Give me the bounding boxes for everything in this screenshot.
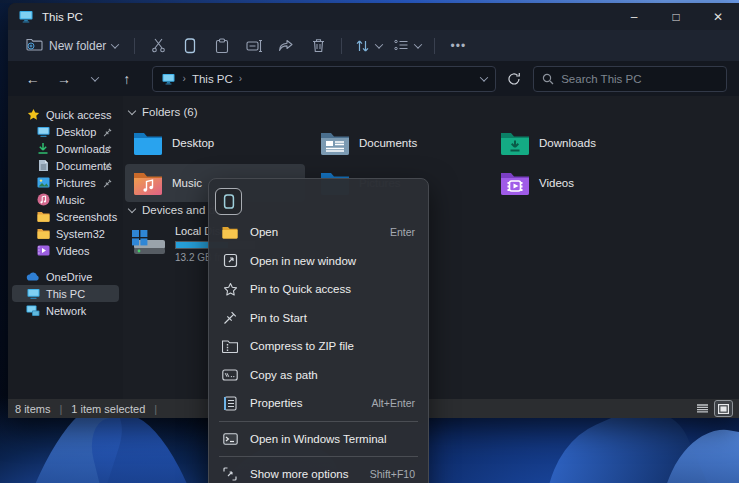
sidebar-item-videos[interactable]: Videos	[12, 242, 119, 259]
menu-item-compress-zip[interactable]: Compress to ZIP file	[209, 332, 428, 361]
videos-icon	[36, 244, 50, 258]
up-button[interactable]: ↑	[114, 66, 139, 92]
menu-item-shortcut: Shift+F10	[370, 468, 415, 480]
thispc-icon	[26, 287, 40, 301]
context-menu: Open Enter Open in new window Pin to Qui…	[208, 178, 429, 483]
forward-button[interactable]: →	[51, 66, 76, 92]
recent-locations-button[interactable]	[83, 66, 108, 92]
copy-icon	[223, 194, 235, 209]
tile-label: Music	[172, 177, 202, 189]
sidebar-item-pictures[interactable]: Pictures	[12, 174, 119, 191]
desktop-folder-icon	[133, 130, 163, 156]
sidebar-item-screenshots[interactable]: Screenshots	[12, 208, 119, 225]
menu-item-pin-quick-access[interactable]: Pin to Quick access	[209, 275, 428, 304]
copy-path-icon	[222, 367, 238, 383]
sidebar-item-downloads[interactable]: Downloads	[12, 140, 119, 157]
chevron-down-icon	[414, 40, 422, 48]
menu-item-label: Open in Windows Terminal	[250, 433, 403, 445]
details-view-button[interactable]	[694, 401, 711, 416]
videos-folder-icon	[500, 170, 530, 196]
document-icon	[36, 159, 50, 173]
menu-item-open-windows-terminal[interactable]: Open in Windows Terminal	[209, 425, 428, 454]
pin-icon	[103, 178, 112, 190]
menu-item-pin-start[interactable]: Pin to Start	[209, 304, 428, 333]
zip-icon	[222, 338, 238, 354]
selected-count: 1 item selected	[71, 403, 145, 415]
star-icon	[26, 108, 40, 122]
tile-label: Desktop	[172, 137, 214, 149]
sidebar-item-quick-access[interactable]: Quick access	[12, 106, 119, 123]
sidebar-item-documents[interactable]: Documents	[12, 157, 119, 174]
onedrive-icon	[26, 270, 40, 284]
sidebar-item-desktop[interactable]: Desktop	[12, 123, 119, 140]
pin-start-icon	[222, 310, 238, 326]
sidebar-item-music[interactable]: Music	[12, 191, 119, 208]
large-icons-view-button[interactable]	[715, 401, 732, 416]
refresh-button[interactable]	[502, 66, 527, 92]
folder-tile-downloads[interactable]: Downloads	[492, 124, 672, 162]
sidebar-item-onedrive[interactable]: OneDrive	[12, 268, 119, 285]
breadcrumb[interactable]: This PC	[192, 73, 233, 85]
folders-section-header[interactable]: Folders (6)	[129, 106, 198, 118]
sort-button[interactable]	[350, 33, 387, 59]
command-toolbar: New folder	[8, 30, 739, 61]
delete-button[interactable]	[303, 33, 333, 59]
maximize-button[interactable]: □	[655, 3, 697, 30]
search-input[interactable]: Search This PC	[533, 66, 727, 92]
menu-item-label: Pin to Start	[250, 312, 403, 324]
screen: This PC – □ ✕ New folder	[0, 0, 739, 483]
address-input[interactable]: › This PC ›	[152, 66, 496, 92]
sidebar-item-label: System32	[56, 228, 105, 240]
folder-icon	[36, 227, 50, 241]
sidebar-item-label: Desktop	[56, 126, 96, 138]
menu-item-copy-as-path[interactable]: Copy as path	[209, 361, 428, 390]
new-folder-button[interactable]: New folder	[18, 33, 126, 59]
folder-tile-videos[interactable]: Videos	[492, 164, 672, 202]
menu-item-label: Pin to Quick access	[250, 283, 403, 295]
search-icon	[542, 73, 554, 85]
sidebar-item-system32[interactable]: System32	[12, 225, 119, 242]
folder-tile-desktop[interactable]: Desktop	[125, 124, 305, 162]
pin-quick-access-icon	[222, 281, 238, 297]
titlebar[interactable]: This PC – □ ✕	[8, 3, 739, 30]
context-menu-quick-actions	[209, 184, 428, 218]
downloads-folder-icon	[500, 130, 530, 156]
cut-button[interactable]	[143, 33, 173, 59]
rename-button[interactable]	[239, 33, 269, 59]
pin-icon	[103, 127, 112, 139]
back-button[interactable]: ←	[20, 66, 45, 92]
network-icon	[26, 304, 40, 318]
menu-item-label: Properties	[250, 397, 360, 409]
see-more-button[interactable]: •••	[443, 33, 473, 59]
sidebar-item-network[interactable]: Network	[12, 302, 119, 319]
menu-item-open-new-window[interactable]: Open in new window	[209, 247, 428, 276]
collapse-icon	[128, 204, 136, 212]
menu-item-open[interactable]: Open Enter	[209, 218, 428, 247]
menu-item-label: Open	[250, 226, 378, 238]
refresh-icon	[507, 72, 521, 86]
search-placeholder: Search This PC	[561, 73, 641, 85]
tile-label: Documents	[359, 137, 417, 149]
menu-separator	[219, 421, 418, 422]
sidebar-item-this-pc[interactable]: This PC	[12, 285, 119, 302]
copy-button[interactable]	[175, 33, 205, 59]
sidebar-item-label: Music	[56, 194, 85, 206]
view-button[interactable]	[389, 33, 426, 59]
sidebar-item-label: Network	[46, 305, 86, 317]
pictures-icon	[36, 176, 50, 190]
folder-tile-documents[interactable]: Documents	[312, 124, 492, 162]
sidebar-item-label: This PC	[46, 288, 85, 300]
menu-item-show-more-options[interactable]: Show more options Shift+F10	[209, 460, 428, 483]
view-icon	[394, 39, 409, 52]
menu-item-label: Show more options	[250, 468, 358, 480]
chevron-down-icon	[375, 40, 383, 48]
minimize-button[interactable]: –	[613, 3, 655, 30]
copy-quick-button[interactable]	[215, 188, 242, 215]
terminal-icon	[222, 431, 238, 447]
close-button[interactable]: ✕	[697, 3, 739, 30]
menu-item-properties[interactable]: Properties Alt+Enter	[209, 389, 428, 418]
address-dropdown-icon[interactable]	[480, 73, 488, 81]
share-button[interactable]	[271, 33, 301, 59]
paste-button[interactable]	[207, 33, 237, 59]
address-bar: ← → ↑ › This PC › Search This PC	[8, 61, 739, 96]
